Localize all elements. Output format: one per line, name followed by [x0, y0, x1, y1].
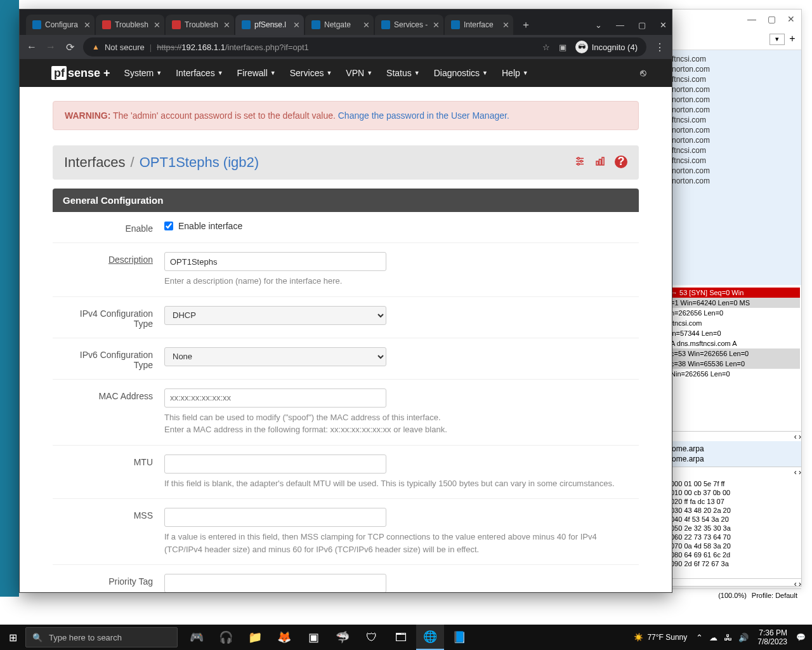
tab-2[interactable]: Troublesh✕: [166, 15, 234, 35]
reload-button[interactable]: ⟳: [64, 41, 75, 53]
start-button[interactable]: ⊞: [0, 632, 25, 644]
mtu-input[interactable]: [164, 454, 386, 474]
mac-input[interactable]: [164, 388, 386, 408]
priority-input[interactable]: [164, 574, 386, 592]
chrome-menu-button[interactable]: ⋮: [654, 41, 665, 53]
tray-cloud-icon[interactable]: ☁: [709, 633, 717, 642]
logout-icon[interactable]: ⎋: [640, 67, 646, 79]
maximize-icon[interactable]: ▢: [768, 14, 776, 24]
menu-system[interactable]: System ▼: [124, 68, 162, 78]
chrome-close-icon[interactable]: ✕: [660, 20, 667, 30]
new-tab-button[interactable]: ＋: [514, 15, 537, 35]
svg-rect-8: [602, 157, 604, 165]
bg-hscroll[interactable]: ‹ ›: [669, 431, 801, 441]
app-gamepad[interactable]: 🎮: [183, 625, 211, 650]
enable-checkbox[interactable]: Enable interface: [164, 221, 629, 231]
breadcrumb-root[interactable]: Interfaces: [64, 154, 126, 171]
description-help: Enter a description (name) for the inter…: [164, 275, 629, 288]
description-input[interactable]: [164, 252, 386, 271]
app-explorer[interactable]: 📁: [241, 625, 269, 650]
app-terminal[interactable]: ▣: [299, 625, 327, 650]
tab-close-icon[interactable]: ✕: [363, 20, 370, 30]
close-icon[interactable]: ✕: [787, 14, 795, 24]
tab-close-icon[interactable]: ✕: [293, 20, 300, 30]
menu-services[interactable]: Services ▼: [290, 68, 332, 78]
bg-hex-dump[interactable]: 000 01 00 5e 7f ff010 00 cb 37 0b 00020 …: [669, 477, 801, 578]
tab-close-icon[interactable]: ✕: [502, 20, 509, 30]
page-viewport[interactable]: pfsense + System ▼Interfaces ▼Firewall ▼…: [20, 59, 672, 592]
svg-point-5: [577, 163, 579, 165]
tab-close-icon[interactable]: ✕: [433, 20, 440, 30]
tab-close-icon[interactable]: ✕: [154, 20, 160, 30]
row-mac: MAC Address This field can be used to mo…: [53, 380, 639, 446]
tab-title: Interface: [464, 20, 499, 29]
warning-link[interactable]: Change the password in the User Manager.: [338, 110, 509, 121]
url-text: https://192.168.1.1/interfaces.php?if=op…: [157, 43, 309, 52]
tray-network-icon[interactable]: 🖧: [724, 633, 732, 642]
menu-help[interactable]: Help ▼: [502, 68, 528, 78]
bg-titlebar: ― ▢ ✕: [669, 10, 801, 29]
back-button[interactable]: ←: [26, 41, 37, 53]
mss-help: If a value is entered in this field, the…: [164, 531, 629, 555]
tab-4[interactable]: Netgate✕: [305, 15, 374, 35]
ipv4-select[interactable]: DHCP: [164, 306, 386, 325]
chart-icon[interactable]: [594, 156, 606, 170]
svg-rect-6: [596, 161, 598, 165]
tab-close-icon[interactable]: ✕: [84, 20, 91, 30]
tab-6[interactable]: Interface✕: [445, 15, 513, 35]
menu-interfaces[interactable]: Interfaces ▼: [176, 68, 223, 78]
app-chrome[interactable]: 🌐: [416, 625, 444, 650]
taskbar-search[interactable]: 🔍 Type here to search: [25, 627, 178, 647]
minimize-icon[interactable]: ―: [747, 14, 756, 24]
bg-dropdown[interactable]: ▾: [769, 34, 785, 45]
menu-diagnostics[interactable]: Diagnostics ▼: [434, 68, 488, 78]
bg-domain-list[interactable]: ftncsi.comnorton.comftncsi.comnorton.com…: [669, 50, 801, 285]
tab-0[interactable]: Configura✕: [26, 15, 95, 35]
ipv6-select[interactable]: None: [164, 347, 386, 366]
taskbar-clock[interactable]: 7:36 PM 7/8/2023: [757, 628, 787, 646]
bg-packet-list[interactable]: → 53 [SYN] Seq=0 Win=1 Win=64240 Len=0 M…: [669, 285, 801, 431]
chrome-minimize-icon[interactable]: ―: [616, 20, 624, 30]
bg-hscroll2[interactable]: ‹ ›: [669, 467, 801, 477]
panel-header: General Configuration: [53, 189, 639, 212]
app-generic[interactable]: 🗔: [387, 625, 415, 650]
menu-firewall[interactable]: Firewall ▼: [237, 68, 276, 78]
bg-add-button[interactable]: +: [787, 34, 797, 44]
enable-checkbox-input[interactable]: [164, 222, 173, 230]
tray-volume-icon[interactable]: 🔊: [738, 633, 749, 642]
tab-3[interactable]: pfSense.l✕: [235, 15, 304, 35]
forward-button[interactable]: →: [45, 41, 56, 53]
tab-1[interactable]: Troublesh✕: [96, 15, 164, 35]
tab-close-icon[interactable]: ✕: [223, 20, 230, 30]
settings-icon[interactable]: [574, 156, 586, 170]
panel-icon[interactable]: ▣: [559, 43, 566, 52]
app-headset[interactable]: 🎧: [212, 625, 240, 650]
incognito-badge[interactable]: 🕶 Incognito (4): [575, 41, 638, 53]
bg-hscroll3[interactable]: ‹ ›: [669, 578, 801, 588]
tab-strip: Configura✕Troublesh✕Troublesh✕pfSense.l✕…: [20, 10, 672, 35]
warning-text: The 'admin' account password is set to t…: [113, 110, 336, 121]
pfsense-logo[interactable]: pfsense +: [51, 67, 110, 80]
system-tray[interactable]: ⌃ ☁ 🖧 🔊: [696, 633, 749, 642]
star-icon[interactable]: ☆: [542, 43, 550, 52]
tab-favicon: [451, 20, 460, 29]
help-icon[interactable]: ?: [615, 156, 627, 168]
breadcrumb-current[interactable]: OPT1Stephs (igb2): [140, 154, 259, 171]
mss-input[interactable]: [164, 508, 386, 527]
menu-status[interactable]: Status ▼: [386, 68, 420, 78]
app-wireshark[interactable]: 🦈: [329, 625, 357, 650]
tray-chevron-icon[interactable]: ⌃: [696, 633, 703, 642]
address-bar[interactable]: ▲ Not secure | https://192.168.1.1/inter…: [83, 37, 646, 56]
chrome-chevron-icon[interactable]: ⌄: [595, 20, 602, 30]
label-ipv4: IPv4 Configuration Type: [63, 306, 164, 329]
app-security[interactable]: 🛡: [358, 625, 386, 650]
bg-tree[interactable]: ome.arpaome.arpa: [669, 441, 801, 467]
chrome-maximize-icon[interactable]: ▢: [638, 20, 646, 30]
taskbar-weather[interactable]: ☀️ 77°F Sunny: [634, 633, 687, 642]
app-firefox[interactable]: 🦊: [270, 625, 298, 650]
app-word[interactable]: 📘: [445, 625, 473, 650]
tab-favicon: [242, 20, 251, 29]
tab-5[interactable]: Services -✕: [375, 15, 443, 35]
menu-vpn[interactable]: VPN ▼: [346, 68, 372, 78]
notifications-icon[interactable]: 💬: [796, 633, 806, 642]
